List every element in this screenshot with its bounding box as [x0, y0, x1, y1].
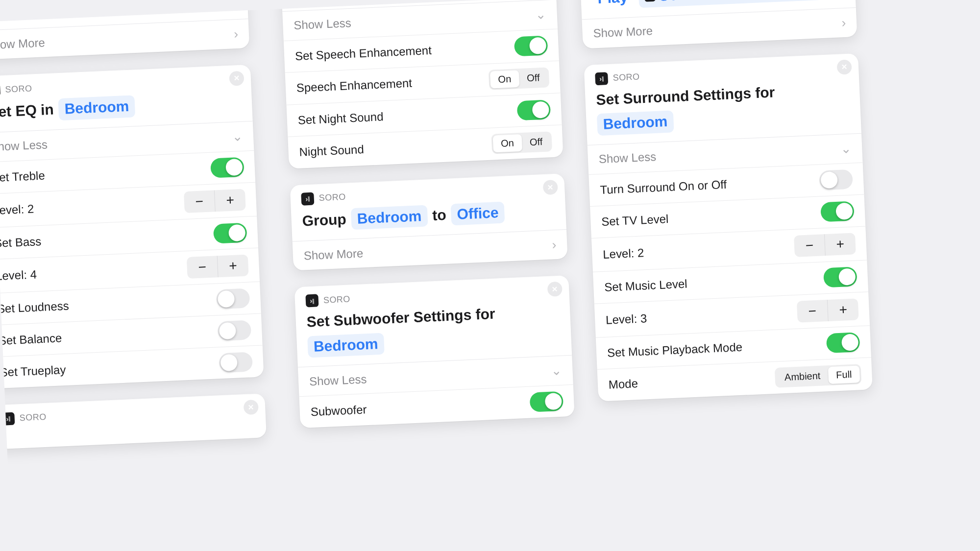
card-partial: SORO	[0, 393, 267, 449]
seg-off[interactable]: Off	[521, 133, 551, 151]
row-label: Level: 2	[0, 202, 34, 217]
seg-off[interactable]: Off	[518, 69, 548, 87]
app-icon	[301, 192, 314, 205]
toggle-set-speech[interactable]	[514, 35, 548, 56]
app-icon	[305, 294, 318, 307]
row-label: Set Trueplay	[0, 362, 66, 379]
stepper-bass: − +	[187, 254, 249, 278]
segmented-night: On Off	[491, 131, 552, 154]
token-target[interactable]: Sonos Room or Group	[638, 0, 823, 8]
stepper-tv: − +	[794, 233, 856, 257]
token-room[interactable]: Bedroom	[58, 95, 135, 120]
card-title: Set Surround Settings for Bedroom	[596, 79, 851, 135]
row-label: Speech Enhancement	[296, 76, 412, 95]
stepper-minus[interactable]: −	[187, 256, 218, 279]
stepper-plus[interactable]: +	[825, 233, 856, 256]
row-label: Subwoofer	[310, 403, 367, 419]
token-action[interactable]: Play	[591, 0, 635, 10]
column-3: Show More › SORO Play Sonos Room or Grou…	[577, 0, 873, 418]
stepper-minus[interactable]: −	[794, 234, 825, 257]
seg-on[interactable]: On	[493, 134, 522, 152]
row-label: Set Balance	[0, 331, 62, 348]
card-title: Group Bedroom to Office	[302, 199, 555, 232]
card-set-eq: SORO Set EQ in Bedroom Show Less ⌄ Set T…	[0, 65, 264, 388]
stepper-music: − +	[797, 298, 859, 322]
segmented-mode: Ambient Full	[775, 364, 861, 388]
card-load-playlist: SORO Load J. Church Essentials to Office…	[0, 0, 249, 60]
seg-on[interactable]: On	[490, 70, 519, 89]
token-room[interactable]: Office	[0, 0, 38, 22]
title-text: to	[432, 205, 446, 225]
app-name-label: SORO	[318, 192, 346, 203]
stepper-minus[interactable]: −	[184, 190, 215, 213]
app-name-label: SORO	[323, 294, 350, 305]
row-label: Set Music Playback Mode	[607, 340, 742, 359]
column-2: SORO Set TV Sound Settings in Office Sho…	[280, 0, 575, 445]
card-title: Play Sonos Room or Group	[591, 0, 845, 10]
show-less-label: Show Less	[598, 150, 657, 166]
show-more-label: Show More	[593, 24, 653, 40]
toggle-set-balance[interactable]	[218, 320, 252, 341]
toggle-set-loudness[interactable]	[216, 288, 250, 309]
token-room[interactable]: Bedroom	[597, 110, 674, 135]
row-label: Night Sound	[299, 143, 364, 159]
seg-ambient[interactable]: Ambient	[776, 367, 829, 386]
canvas: SORO Load J. Church Essentials to Office…	[0, 0, 980, 551]
chevron-down-icon: ⌄	[535, 7, 546, 23]
toggle-set-playback-mode[interactable]	[826, 332, 860, 353]
title-text: Group	[302, 209, 347, 231]
card-title: Set EQ in Bedroom	[0, 91, 242, 123]
chevron-right-icon: ›	[841, 15, 846, 30]
toggle-set-treble[interactable]	[210, 157, 245, 178]
row-label: Set Bass	[0, 234, 42, 250]
chevron-down-icon: ⌄	[551, 363, 562, 379]
toggle-set-trueplay[interactable]	[219, 352, 253, 373]
row-label: Set Loudness	[0, 299, 69, 315]
toggle-subwoofer[interactable]	[530, 391, 564, 412]
stepper-plus[interactable]: +	[828, 298, 859, 321]
title-text: Set Surround Settings for	[596, 82, 775, 110]
row-label: Mode	[608, 377, 638, 392]
token-room[interactable]: Bedroom	[351, 205, 428, 230]
row-label: Level: 4	[0, 267, 37, 283]
row-label: Level: 2	[603, 246, 644, 262]
seg-full[interactable]: Full	[828, 365, 860, 384]
toggle-set-music-level[interactable]	[823, 266, 858, 287]
card-title: Set Subwoofer Settings for Bedroom	[306, 301, 561, 358]
show-more-label: Show More	[0, 36, 45, 52]
token-room[interactable]: Bedroom	[307, 333, 384, 358]
app-name-label: SORO	[5, 83, 32, 95]
chevron-right-icon: ›	[234, 26, 239, 42]
card-title: Load J. Church Essentials to Office	[0, 0, 237, 22]
app-mini-icon	[644, 0, 656, 2]
chevron-right-icon: ›	[552, 237, 557, 252]
row-label: Set Treble	[0, 168, 45, 185]
stepper-plus[interactable]: +	[215, 189, 246, 212]
chevron-down-icon: ⌄	[840, 141, 852, 156]
title-text: Set TV Sound Settings in	[292, 0, 467, 1]
app-icon	[595, 72, 608, 85]
title-text: Set EQ in	[0, 100, 54, 122]
card-subwoofer: SORO Set Subwoofer Settings for Bedroom …	[294, 275, 575, 428]
show-less-label: Show Less	[0, 138, 48, 154]
stepper-treble: − +	[184, 189, 246, 213]
toggle-set-night[interactable]	[516, 99, 551, 120]
card-play: SORO Play Sonos Room or Group Show More …	[579, 0, 857, 48]
app-name-label: SORO	[19, 412, 47, 423]
row-label: Set Speech Enhancement	[294, 43, 432, 63]
toggle-surround-onoff[interactable]	[819, 169, 853, 190]
toggle-set-tv-level[interactable]	[820, 201, 855, 222]
row-label: Turn Surround On or Off	[600, 177, 727, 196]
column-1: SORO Load J. Church Essentials to Office…	[0, 0, 267, 466]
app-icon	[1, 412, 15, 425]
row-label: Set Night Sound	[297, 110, 384, 127]
token-room[interactable]: Office	[451, 201, 505, 225]
stepper-plus[interactable]: +	[218, 254, 249, 277]
stepper-minus[interactable]: −	[797, 300, 828, 323]
app-icon	[0, 83, 0, 96]
toggle-set-bass[interactable]	[213, 222, 247, 243]
row-label: Set Music Level	[604, 277, 687, 294]
show-less-label: Show Less	[309, 372, 367, 388]
show-less-label: Show Less	[294, 16, 352, 32]
row-label: Level: 3	[606, 311, 647, 327]
